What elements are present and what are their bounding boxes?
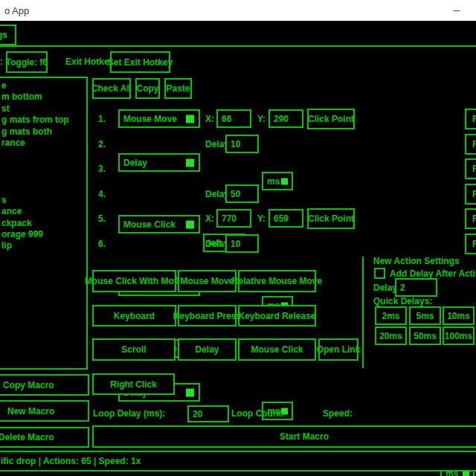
loop-count-label: Loop Count:	[231, 408, 284, 419]
quick-delay-2ms-button[interactable]: 2ms	[375, 306, 407, 325]
set-exit-hotkey-button[interactable]: Set Exit Hotkey	[110, 51, 170, 73]
macro-list-item[interactable]: g mats both	[0, 126, 86, 138]
add-mouse-click-with-move-button[interactable]: Mouse Click With Move	[92, 270, 176, 292]
quick-delay-label: 5ms	[416, 311, 434, 321]
remove-action-button[interactable]: R	[465, 184, 476, 205]
action-type-dropdown[interactable]: Mouse Move	[118, 109, 200, 128]
macro-list-item[interactable]: st	[0, 103, 86, 115]
speed-label: Speed:	[323, 408, 353, 419]
loop-delay-input[interactable]	[187, 405, 229, 422]
click-point-label: Click Point	[308, 114, 354, 124]
quick-delay-20ms-button[interactable]: 20ms	[375, 327, 407, 345]
add-keyboard-press-button[interactable]: Keyboard Press	[178, 305, 237, 327]
x-input[interactable]	[216, 209, 251, 228]
add-mouse-move-button[interactable]: Mouse Move	[178, 270, 237, 292]
copy-actions-button[interactable]: Copy	[135, 78, 160, 99]
macro-list-item[interactable]	[0, 172, 86, 183]
macro-list-item[interactable]: m bottom	[0, 91, 86, 103]
macro-list-item[interactable]: g mats from top	[0, 115, 86, 126]
click-point-button[interactable]: Click Point	[307, 208, 355, 229]
macro-list-item[interactable]: s	[0, 195, 86, 206]
minimize-icon: –	[454, 4, 460, 16]
add-scroll-button[interactable]: Scroll	[92, 338, 176, 361]
delay-input-wrap	[225, 184, 259, 203]
quick-delay-100ms-button[interactable]: 100ms	[443, 327, 475, 345]
dropdown-indicator-icon	[186, 158, 194, 167]
titlebar[interactable]: o App –	[0, 0, 476, 21]
y-input[interactable]	[268, 109, 303, 128]
macro-list[interactable]: e m bottom st g mats from top g mats bot…	[0, 77, 88, 370]
quick-delay-label: 100ms	[445, 331, 472, 341]
macro-list-item[interactable]: rance	[0, 138, 86, 149]
palette-label: Keyboard Release	[238, 311, 315, 321]
remove-action-button[interactable]: R	[465, 234, 476, 254]
tab-label: gs	[0, 30, 7, 40]
add-delay-checkbox[interactable]	[374, 268, 385, 279]
quick-delay-5ms-button[interactable]: 5ms	[409, 306, 441, 325]
start-macro-button[interactable]: Start Macro	[92, 425, 476, 448]
add-keyboard-button[interactable]: Keyboard	[92, 305, 176, 327]
dropdown-indicator-icon	[186, 388, 194, 396]
macro-list-item[interactable]: orage 999	[0, 229, 86, 240]
action-type-value: Mouse Click	[123, 219, 176, 230]
remove-action-button[interactable]: R	[465, 158, 476, 179]
new-macro-button[interactable]: New Macro	[0, 400, 89, 422]
action-type-dropdown[interactable]: Delay	[118, 153, 200, 172]
action-row-number: 6.	[98, 239, 106, 249]
action-row-number: 1.	[98, 114, 106, 124]
remove-action-button[interactable]: R	[465, 109, 476, 129]
copy-macro-label: Copy Macro	[3, 380, 54, 390]
delay-unit-dropdown[interactable]: ms	[262, 172, 293, 190]
y-label: Y:	[257, 114, 266, 124]
dropdown-indicator-icon	[281, 178, 288, 184]
delay-input[interactable]	[225, 135, 259, 153]
macro-list-item[interactable]	[0, 184, 86, 195]
delay-input[interactable]	[225, 184, 259, 203]
click-point-label: Click Point	[308, 213, 354, 224]
y-input-wrap	[268, 209, 303, 228]
add-delay-checkbox-label: Add Delay After Action	[390, 268, 476, 279]
quick-delay-50ms-button[interactable]: 50ms	[409, 327, 441, 345]
delete-macro-label: Delete Macro	[0, 432, 54, 443]
new-action-delay-input[interactable]	[395, 278, 437, 297]
copy-macro-button[interactable]: Copy Macro	[0, 374, 89, 396]
x-input-wrap	[216, 109, 251, 128]
palette-label: Mouse Click With Move	[85, 276, 184, 286]
start-macro-label: Start Macro	[280, 431, 329, 442]
add-mouse-click-button[interactable]: Mouse Click	[238, 338, 316, 361]
add-relative-mouse-move-button[interactable]: Relative Mouse Move	[238, 270, 316, 292]
quick-delay-10ms-button[interactable]: 10ms	[443, 306, 475, 325]
remove-action-button[interactable]: R	[465, 208, 476, 229]
x-input-wrap	[216, 209, 251, 228]
macro-list-item[interactable]: ckpack	[0, 218, 86, 229]
paste-actions-button[interactable]: Paste	[164, 78, 192, 99]
palette-label: Scroll	[121, 344, 146, 355]
remove-action-button[interactable]: R	[465, 134, 476, 155]
macro-list-item[interactable]: ance	[0, 206, 86, 217]
toggle-hotkey-button[interactable]: Toggle: f6	[6, 51, 48, 73]
minimize-button[interactable]: –	[443, 0, 471, 19]
delete-macro-button[interactable]: Delete Macro	[0, 427, 89, 448]
delay-input[interactable]	[225, 234, 259, 253]
y-input[interactable]	[268, 209, 303, 228]
macro-list-item[interactable]: lip	[0, 240, 86, 251]
add-right-click-button[interactable]: Right Click	[92, 373, 175, 395]
add-delay-button[interactable]: Delay	[178, 338, 237, 361]
action-type-dropdown[interactable]: Mouse Click	[118, 215, 200, 234]
check-all-button[interactable]: Check All	[92, 78, 131, 99]
tab-settings[interactable]: gs	[0, 25, 16, 45]
x-label: X:	[205, 114, 214, 124]
palette-label: Keyboard Press	[173, 311, 241, 321]
click-point-button[interactable]: Click Point	[307, 109, 355, 129]
add-open-link-button[interactable]: Open Link	[318, 338, 358, 361]
palette-label: Mouse Move	[180, 276, 234, 286]
x-input[interactable]	[216, 109, 251, 128]
macro-list-item[interactable]: e	[0, 80, 86, 91]
quick-delay-label: 10ms	[447, 311, 470, 321]
remove-label: R	[472, 239, 476, 249]
quick-delay-label: 50ms	[414, 331, 437, 341]
y-label: Y:	[257, 213, 266, 224]
macro-list-item[interactable]	[0, 161, 86, 172]
add-keyboard-release-button[interactable]: Keyboard Release	[238, 305, 316, 327]
macro-list-item[interactable]	[0, 149, 86, 160]
